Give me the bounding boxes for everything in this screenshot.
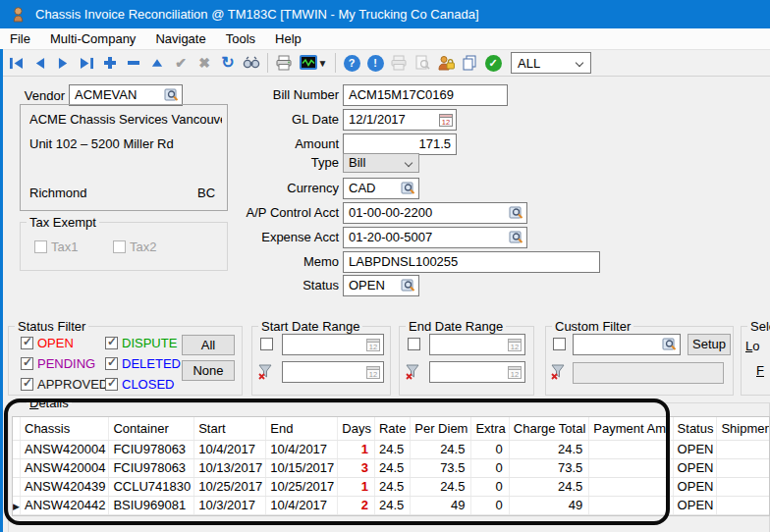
cell-status[interactable]: OPEN bbox=[673, 458, 717, 477]
log-viewer-dropdown-arrow[interactable]: ▼ bbox=[318, 58, 328, 69]
locate-link[interactable]: Lo bbox=[745, 339, 759, 353]
cell-rate[interactable]: 24.5 bbox=[374, 440, 410, 458]
post-edit-button[interactable]: ✔ bbox=[169, 52, 192, 74]
table-row[interactable]: ▶ANSW420442BSIU96908110/3/201710/4/20172… bbox=[13, 496, 770, 514]
end-date-to-field[interactable]: 12 bbox=[429, 361, 525, 383]
cell-end[interactable]: 10/4/2017 bbox=[266, 496, 338, 514]
row-selector-header[interactable] bbox=[13, 417, 21, 440]
cell-shipment-bi[interactable] bbox=[717, 458, 770, 477]
cell-start[interactable]: 10/13/2017 bbox=[194, 458, 266, 477]
status-filter-deleted-checkbox[interactable]: DELETED bbox=[105, 356, 181, 371]
cell-chassis[interactable]: ANSW420004 bbox=[21, 458, 109, 477]
cell-container[interactable]: BSIU969081 bbox=[109, 496, 194, 514]
status-filter-closed-checkbox[interactable]: CLOSED bbox=[105, 377, 174, 392]
cell-shipment-bi[interactable] bbox=[717, 477, 770, 496]
status-filter-open-checkbox[interactable]: OPEN bbox=[21, 336, 74, 350]
cell-container[interactable]: CCLU741830 bbox=[109, 477, 194, 496]
menu-multi-company[interactable]: Multi-Company bbox=[40, 28, 145, 49]
column-header-extra[interactable]: Extra bbox=[471, 417, 509, 440]
expense-lookup-icon[interactable] bbox=[509, 230, 524, 245]
checkbox-icon[interactable] bbox=[105, 357, 118, 370]
end-date-enable-checkbox[interactable] bbox=[408, 338, 420, 350]
status-filter-pending-checkbox[interactable]: PENDING bbox=[21, 356, 95, 371]
none-button[interactable]: None bbox=[182, 360, 235, 381]
edit-record-button[interactable] bbox=[145, 52, 169, 74]
cell-per-diem[interactable]: 49 bbox=[411, 496, 471, 514]
expense-acct-field[interactable]: 01-20-00-5007 bbox=[343, 227, 527, 248]
last-record-button[interactable] bbox=[75, 52, 98, 74]
checkbox-icon[interactable] bbox=[21, 357, 33, 370]
about-button[interactable]: ! bbox=[363, 52, 387, 74]
start-date-from-field[interactable]: 12 bbox=[282, 334, 384, 355]
menu-tools[interactable]: Tools bbox=[216, 28, 265, 49]
status-lookup-icon[interactable] bbox=[401, 278, 416, 293]
cell-extra[interactable]: 0 bbox=[471, 440, 509, 458]
custom-filter-lookup-icon[interactable] bbox=[662, 337, 678, 352]
row-selector-cell[interactable] bbox=[13, 477, 21, 496]
cell-days[interactable]: 1 bbox=[338, 440, 375, 458]
column-header-payment-amt[interactable]: Payment Amt bbox=[589, 417, 673, 440]
search-button[interactable] bbox=[240, 52, 263, 74]
end-date-from-field[interactable]: 12 bbox=[429, 334, 525, 355]
approve-button[interactable]: ✓ bbox=[481, 52, 505, 74]
cell-end[interactable]: 10/15/2017 bbox=[266, 458, 338, 477]
row-selector-cell[interactable] bbox=[13, 440, 21, 458]
cell-per-diem[interactable]: 73.5 bbox=[411, 458, 471, 477]
start-date-to-field[interactable]: 12 bbox=[282, 361, 384, 383]
log-viewer-button[interactable]: ▼ bbox=[296, 52, 331, 74]
cell-status[interactable]: OPEN bbox=[673, 496, 717, 514]
custom-filter-field[interactable] bbox=[573, 334, 681, 355]
column-header-days[interactable]: Days bbox=[338, 417, 375, 440]
security-button[interactable] bbox=[434, 52, 458, 74]
cell-chassis[interactable]: ANSW420442 bbox=[21, 496, 109, 514]
bill-number-field[interactable]: ACM15M17C0169 bbox=[343, 84, 508, 106]
ap-control-lookup-icon[interactable] bbox=[509, 205, 524, 221]
cell-days[interactable]: 3 bbox=[338, 458, 375, 477]
gl-date-field[interactable]: 12/1/2017 12 bbox=[343, 109, 457, 131]
cell-payment-amt[interactable] bbox=[589, 496, 673, 514]
cell-charge-total[interactable]: 24.5 bbox=[509, 440, 588, 458]
cell-payment-amt[interactable] bbox=[589, 440, 673, 458]
cell-chassis[interactable]: ANSW420004 bbox=[21, 440, 109, 458]
column-header-status[interactable]: Status bbox=[673, 417, 717, 440]
row-selector-cell[interactable] bbox=[13, 458, 21, 477]
cell-days[interactable]: 1 bbox=[338, 477, 375, 496]
currency-field[interactable]: CAD bbox=[343, 178, 419, 199]
column-header-rate[interactable]: Rate bbox=[374, 417, 410, 440]
cell-chassis[interactable]: ANSW420439 bbox=[21, 477, 109, 496]
status-filter-approved-checkbox[interactable]: APPROVED bbox=[21, 377, 108, 392]
column-header-container[interactable]: Container bbox=[109, 417, 194, 440]
next-record-button[interactable] bbox=[51, 52, 75, 74]
column-header-start[interactable]: Start bbox=[194, 417, 266, 440]
cell-per-diem[interactable]: 24.5 bbox=[411, 440, 471, 458]
start-date-enable-checkbox[interactable] bbox=[260, 338, 273, 350]
currency-lookup-icon[interactable] bbox=[401, 181, 416, 196]
cell-days[interactable]: 2 bbox=[338, 496, 375, 514]
refresh-button[interactable]: ↻ bbox=[216, 52, 240, 74]
setup-button[interactable]: Setup bbox=[688, 334, 731, 355]
table-row[interactable]: ANSW420004FCIU97806310/4/201710/4/201712… bbox=[13, 440, 770, 458]
checkbox-icon[interactable] bbox=[105, 337, 118, 349]
row-selector-cell[interactable]: ▶ bbox=[13, 496, 21, 514]
cell-status[interactable]: OPEN bbox=[673, 477, 717, 496]
cell-start[interactable]: 10/4/2017 bbox=[194, 440, 266, 458]
cell-shipment-bi[interactable] bbox=[717, 496, 770, 514]
cell-rate[interactable]: 24.5 bbox=[374, 496, 410, 514]
checkbox-icon[interactable] bbox=[21, 378, 33, 391]
cancel-edit-button[interactable]: ✖ bbox=[192, 52, 216, 74]
record-filter-select[interactable]: ALL bbox=[511, 52, 591, 74]
column-header-chassis[interactable]: Chassis bbox=[21, 417, 109, 440]
cell-rate[interactable]: 24.5 bbox=[374, 477, 410, 496]
cell-extra[interactable]: 0 bbox=[471, 477, 509, 496]
print-button[interactable] bbox=[272, 52, 296, 74]
column-header-end[interactable]: End bbox=[266, 417, 338, 440]
status-field[interactable]: OPEN bbox=[343, 275, 419, 296]
status-filter-dispute-checkbox[interactable]: DISPUTE bbox=[105, 336, 177, 350]
print-secondary-button[interactable] bbox=[387, 52, 411, 74]
custom-filter-enable-checkbox[interactable] bbox=[553, 338, 566, 350]
cell-rate[interactable]: 24.5 bbox=[374, 458, 410, 477]
print-preview-button[interactable] bbox=[411, 52, 434, 74]
cell-start[interactable]: 10/25/2017 bbox=[194, 477, 266, 496]
cell-extra[interactable]: 0 bbox=[471, 496, 509, 514]
vendor-lookup-icon[interactable] bbox=[164, 87, 180, 103]
